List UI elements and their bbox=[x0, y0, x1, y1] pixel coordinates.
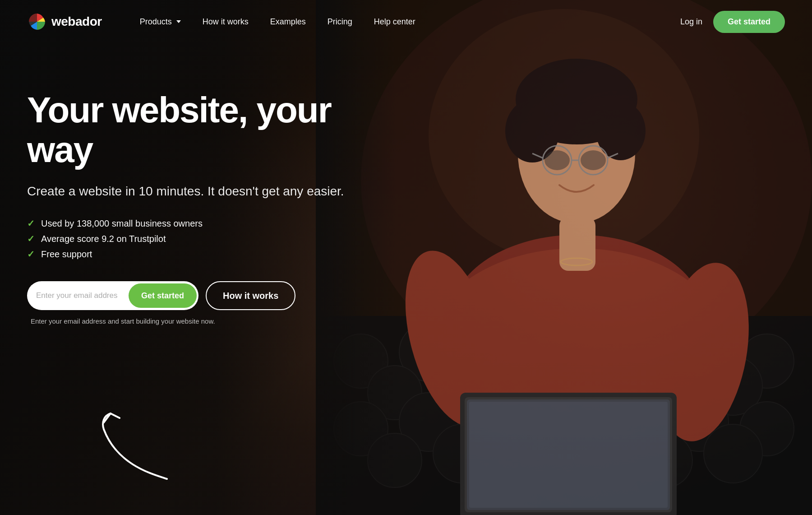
nav-link-help-center[interactable]: Help center bbox=[363, 14, 426, 30]
svg-point-48 bbox=[581, 150, 606, 170]
feature-text-2: Average score 9.2 on Trustpilot bbox=[41, 234, 166, 244]
login-link[interactable]: Log in bbox=[680, 17, 702, 27]
nav-right: Log in Get started bbox=[680, 11, 785, 33]
logo-text: webador bbox=[51, 14, 102, 29]
svg-point-46 bbox=[589, 73, 618, 103]
navbar: webador Products How it works Examples P… bbox=[0, 0, 812, 43]
feature-item-2: ✓ Average score 9.2 on Trustpilot bbox=[27, 233, 370, 244]
logo[interactable]: webador bbox=[27, 12, 102, 32]
get-started-button[interactable]: Get started bbox=[129, 283, 197, 308]
svg-rect-36 bbox=[559, 217, 595, 271]
hero-person-image bbox=[316, 0, 812, 515]
hero-content: Your website, your way Create a website … bbox=[27, 90, 370, 325]
email-input-wrapper: Get started bbox=[27, 281, 198, 310]
how-it-works-button[interactable]: How it works bbox=[206, 281, 295, 310]
feature-list: ✓ Used by 138,000 small business owners … bbox=[27, 218, 370, 260]
email-form: Get started How it works bbox=[27, 281, 370, 310]
nav-link-products[interactable]: Products bbox=[129, 14, 192, 30]
hero-title: Your website, your way bbox=[27, 90, 370, 170]
products-dropdown-arrow bbox=[176, 20, 181, 23]
feature-text-3: Free support bbox=[41, 249, 92, 260]
feature-item-1: ✓ Used by 138,000 small business owners bbox=[27, 218, 370, 229]
nav-link-pricing[interactable]: Pricing bbox=[317, 14, 363, 30]
nav-link-examples[interactable]: Examples bbox=[259, 14, 317, 30]
form-hint: Enter your email address and start build… bbox=[31, 317, 370, 325]
svg-point-42 bbox=[596, 102, 646, 160]
hero-subtitle: Create a website in 10 minutes. It doesn… bbox=[27, 182, 370, 200]
svg-point-47 bbox=[544, 150, 570, 170]
arrow-decoration bbox=[90, 407, 180, 488]
email-input[interactable] bbox=[27, 281, 126, 310]
get-started-nav-button[interactable]: Get started bbox=[713, 11, 785, 33]
feature-text-1: Used by 138,000 small business owners bbox=[41, 218, 203, 229]
check-icon-1: ✓ bbox=[27, 218, 35, 229]
nav-link-how-it-works[interactable]: How it works bbox=[192, 14, 259, 30]
nav-links: Products How it works Examples Pricing H… bbox=[129, 14, 680, 30]
svg-point-29 bbox=[704, 424, 762, 483]
check-icon-2: ✓ bbox=[27, 233, 35, 244]
check-icon-3: ✓ bbox=[27, 249, 35, 260]
feature-item-3: ✓ Free support bbox=[27, 249, 370, 260]
logo-icon bbox=[27, 12, 47, 32]
